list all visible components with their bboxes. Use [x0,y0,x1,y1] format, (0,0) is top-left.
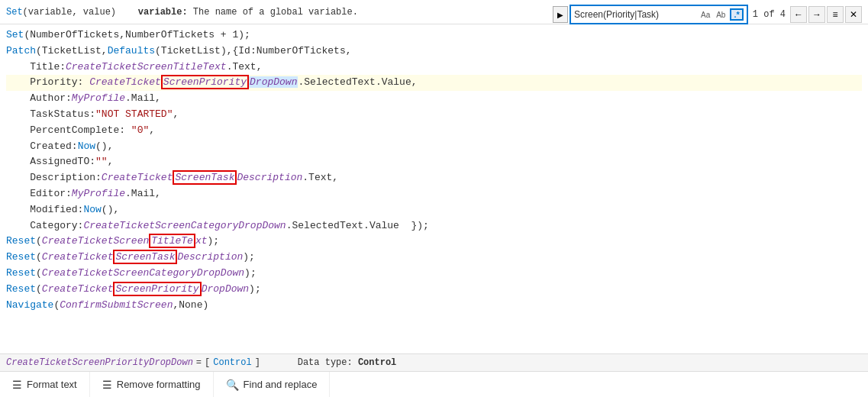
code-line: Author:MyProfile.Mail, [6,91,862,107]
search-next-button[interactable]: → [808,6,825,23]
format-text-button[interactable]: ☰ Format text [0,372,90,397]
search-case-button[interactable]: Aa [699,11,712,19]
status-control-name: CreateTicketScreenPriorityDropDown [6,357,193,368]
code-line: Reset(CreateTicketScreenTaskDescription)… [6,250,862,266]
code-line-description: Description:CreateTicketScreenTaskDescri… [6,170,862,186]
code-line: Reset(CreateTicketScreenTitleText); [6,234,862,250]
search-close-button[interactable]: ✕ [845,6,862,23]
search-regex-button[interactable]: .* [730,8,743,21]
remove-formatting-button[interactable]: ☰ Remove formatting [90,372,214,397]
hint-sep: variable: [138,7,188,18]
code-line: AssignedTO:"", [6,154,862,170]
code-line: PercentComplete: "0", [6,123,862,139]
hint-func: Set [6,7,23,18]
hint-params: (variable, value) [23,7,116,18]
search-count: 1 of 4 [750,9,789,20]
status-equals: = [196,357,202,368]
code-line: Navigate(ConfirmSubmitScreen,None) [6,298,862,314]
code-line: Set(NumberOfTickets,NumberOfTickets + 1)… [6,27,862,44]
find-replace-icon: 🔍 [226,379,239,391]
search-input-box: Aa Ab .* [570,5,748,24]
search-lines-button[interactable]: ≡ [827,6,844,23]
code-line: Modified:Now(), [6,202,862,218]
search-input[interactable] [574,9,696,20]
status-datatype-label: Data type: Control [276,357,396,368]
main-container: Set(NumberOfTickets,NumberOfTickets + 1)… [0,24,868,371]
code-line: Created:Now(), [6,139,862,155]
code-line: Patch(TicketList,Defaults(TicketList),{I… [6,44,862,60]
status-bracket-close: ] [255,357,260,368]
status-bracket-open: [ [205,357,210,368]
hint-text: Set(variable, value) variable: The name … [6,7,358,18]
search-prev-button[interactable]: ← [790,6,807,23]
search-collapse-button[interactable]: ▶ [553,6,568,23]
code-line-category: Category:CreateTicketScreenCategoryDropD… [6,218,862,234]
search-bar: ▶ Aa Ab .* 1 of 4 ← → ≡ ✕ [553,5,862,24]
status-bar: CreateTicketScreenPriorityDropDown = [ C… [0,353,868,371]
remove-formatting-icon: ☰ [102,379,112,391]
status-type: Control [213,357,251,368]
find-replace-label: Find and replace [244,379,318,390]
status-datatype-value: Control [358,357,396,368]
search-whole-word-button[interactable]: Ab [715,11,727,19]
code-line: Editor:MyProfile.Mail, [6,186,862,202]
code-line: Reset(CreateTicketScreenCategoryDropDown… [6,266,862,282]
find-replace-button[interactable]: 🔍 Find and replace [214,372,331,397]
code-line: TaskStatus:"NOT STARTED", [6,107,862,123]
hint-desc: The name of a global variable. [188,7,358,18]
code-line-priority: Priority: CreateTicketScreenPriorityDrop… [6,75,862,91]
format-text-icon: ☰ [12,379,22,391]
code-line: Reset(CreateTicketScreenPriorityDropDown… [6,282,862,298]
bottom-toolbar: ☰ Format text ☰ Remove formatting 🔍 Find… [0,371,868,397]
format-text-label: Format text [27,379,77,390]
code-editor[interactable]: Set(NumberOfTickets,NumberOfTickets + 1)… [0,24,868,353]
code-line: Title:CreateTicketScreenTitleText.Text, [6,60,862,76]
remove-formatting-label: Remove formatting [117,379,201,390]
